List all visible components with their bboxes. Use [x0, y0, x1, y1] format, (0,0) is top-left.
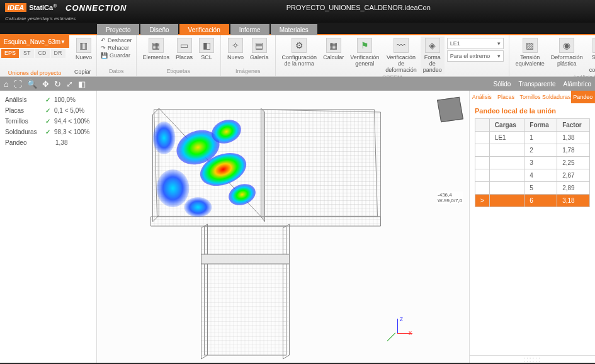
right-tab-tornillos[interactable]: Tornillos [518, 91, 542, 103]
check-icon: ✓ [45, 118, 50, 125]
main-tab-materiales[interactable]: Materiales [271, 24, 317, 35]
ribbon-etiquetas-label: Etiquetas [140, 68, 217, 75]
copiar-button[interactable]: Copiar [73, 69, 93, 75]
fit-icon[interactable]: ⛶ [14, 79, 22, 89]
logo-statica: StatiCa® [29, 3, 57, 11]
rehacer-button[interactable]: ↷Rehacer [101, 44, 132, 52]
para-extremo-dropdown[interactable]: Para el extremo▾ [447, 50, 504, 62]
table-row[interactable]: 42,67 [475, 169, 590, 182]
col-factor: Factor [557, 119, 590, 132]
workspace: Análisis✓100,0%Placas✓0,1 < 5,0%Tornillo… [0, 91, 595, 363]
ribbon-new-copy: ▥ Nuevo Copiar [69, 35, 97, 76]
main-tab-informe[interactable]: Informe [230, 24, 269, 35]
result-row: Pandeo1,38 [5, 137, 91, 148]
navigation-cube[interactable] [437, 97, 463, 122]
view-mode-transparente[interactable]: Transparente [518, 81, 555, 88]
chevron-down-icon: ▾ [497, 40, 501, 47]
ribbon: Esquina_Nave_63m ▼ EPSSTCDDR Uniones del… [0, 35, 595, 77]
view-modes: SólidoTransparenteAlámbrico [494, 81, 591, 88]
scl-icon: ◧ [199, 38, 214, 53]
pan-icon[interactable]: ✥ [42, 79, 49, 89]
config-norma-button[interactable]: ⚙Configuración de la norma [280, 37, 320, 68]
result-row: Análisis✓100,0% [5, 94, 91, 105]
buckling-results-table: Cargas Forma Factor LE111,3821,7832,2542… [475, 118, 590, 207]
right-tab-pandeo[interactable]: Pandeo [571, 91, 595, 103]
zoom-icon[interactable]: 🔍 [27, 79, 37, 89]
le-dropdown[interactable]: LE1▾ [447, 38, 504, 49]
stress-icon: ▨ [523, 38, 538, 53]
calcular-button[interactable]: ▦Calcular [320, 37, 346, 62]
nuevo-imagen-button[interactable]: ✧Nuevo [225, 37, 246, 62]
view-mode-sólido[interactable]: Sólido [494, 81, 511, 88]
right-panel: AnálisisPlacasTornillosSoldadurasPandeo … [469, 91, 595, 363]
elementos-button[interactable]: ▦Elementos [140, 37, 173, 62]
nuevo-button[interactable]: ▥ Nuevo [73, 37, 94, 62]
table-row[interactable]: 52,89 [475, 182, 590, 195]
ribbon-group-etiquetas: ▦Elementos ▭Placas ◧SCL Etiquetas [137, 35, 222, 76]
result-row: Placas✓0,1 < 5,0% [5, 105, 91, 116]
sub-tab-eps[interactable]: EPS [1, 49, 19, 58]
table-row[interactable]: 21,78 [475, 144, 590, 157]
connection-selector-caption: Uniones del proyecto [0, 69, 69, 76]
sub-tab-strip: EPSSTCDDR [0, 48, 69, 58]
calculate-icon: ▦ [326, 38, 341, 53]
home-icon[interactable]: ⌂ [4, 79, 9, 89]
app-logo: IDEA StatiCa® CONNECTION [5, 3, 127, 13]
ribbon-left: Esquina_Nave_63m ▼ EPSSTCDDR Uniones del… [0, 35, 69, 76]
plastic-icon: ◉ [559, 38, 574, 53]
rotate-icon[interactable]: ↻ [54, 79, 61, 89]
measurement-label: -436,4 W-99,0/7,0 [437, 191, 463, 204]
connection-selector[interactable]: Esquina_Nave_63m ▼ [0, 35, 69, 48]
sub-tab-cd[interactable]: CD [35, 49, 50, 58]
title-bar: IDEA StatiCa® CONNECTION PROYECTO_UNIONE… [0, 0, 595, 15]
slogan: Calculate yesterday's estimates [0, 15, 595, 23]
sub-tab-st[interactable]: ST [20, 49, 34, 58]
table-row[interactable]: 32,25 [475, 157, 590, 169]
buckling-icon: ◈ [425, 38, 440, 53]
galeria-button[interactable]: ▤Galería [247, 37, 271, 62]
deform-plastica-button[interactable]: ◉Deformación plástica [548, 37, 586, 68]
elements-icon: ▦ [149, 38, 164, 53]
right-panel-title: Pandeo local de la unión [470, 103, 595, 118]
view-mode-alámbrico[interactable]: Alámbrico [564, 81, 591, 88]
col-cargas: Cargas [489, 119, 524, 132]
gallery-icon: ▤ [252, 38, 267, 53]
ribbon-datos-label: Datos [101, 68, 132, 75]
3d-viewport[interactable]: -436,4 W-99,0/7,0 z x [97, 91, 469, 363]
scl-button[interactable]: ◧SCL [196, 37, 217, 62]
verif-general-button[interactable]: ⚑Verificación general [348, 37, 382, 68]
ribbon-group-imagenes: ✧Nuevo ▤Galería Imágenes [221, 35, 276, 76]
copiar-label: Copiar [74, 69, 91, 75]
settings-icon: ⚙ [292, 38, 307, 53]
right-tab-soldaduras[interactable]: Soldaduras [542, 91, 571, 103]
deshacer-button[interactable]: ↶Deshacer [101, 37, 132, 44]
guardar-button[interactable]: 💾Guardar [101, 52, 132, 59]
verif-deform-button[interactable]: 〰Verificación de deformación [383, 37, 419, 74]
main-tab-verificación[interactable]: Verificación [179, 24, 229, 35]
right-tab-placas[interactable]: Placas [494, 91, 518, 103]
eraser-icon[interactable]: ◧ [78, 79, 86, 89]
ribbon-group-analisis-ef: ▨Tensión equivalente ◉Deformación plásti… [509, 35, 595, 76]
result-row: Tornillos✓94,4 < 100% [5, 116, 91, 127]
deform-icon: 〰 [394, 38, 409, 53]
forma-pandeo-button[interactable]: ◈Forma de pandeo [421, 37, 445, 74]
right-tab-análisis[interactable]: Análisis [470, 91, 494, 103]
undo-icon: ↶ [101, 37, 106, 43]
new-image-icon: ✧ [228, 38, 243, 53]
nuevo-label: Nuevo [76, 54, 92, 60]
contacts-icon: ▣ [592, 38, 595, 53]
check-icon: ✓ [45, 107, 50, 114]
expand-icon[interactable]: ⤢ [66, 79, 73, 89]
panel-resize-handle[interactable]: :::::: [470, 355, 595, 363]
main-tab-proyecto[interactable]: Proyecto [97, 24, 139, 35]
table-row[interactable]: >63,18 [475, 195, 590, 207]
tension-eq-button[interactable]: ▨Tensión equivalente [513, 37, 547, 68]
stress-contacts-button[interactable]: ▣Stress in contacts [587, 37, 595, 74]
chevron-down-icon: ▾ [497, 53, 501, 59]
redo-icon: ↷ [101, 45, 106, 51]
check-flag-icon: ⚑ [357, 38, 372, 53]
table-row[interactable]: LE111,38 [475, 132, 590, 144]
placas-button[interactable]: ▭Placas [173, 37, 195, 62]
sub-tab-dr[interactable]: DR [51, 49, 65, 58]
main-tab-diseño[interactable]: Diseño [140, 24, 178, 35]
